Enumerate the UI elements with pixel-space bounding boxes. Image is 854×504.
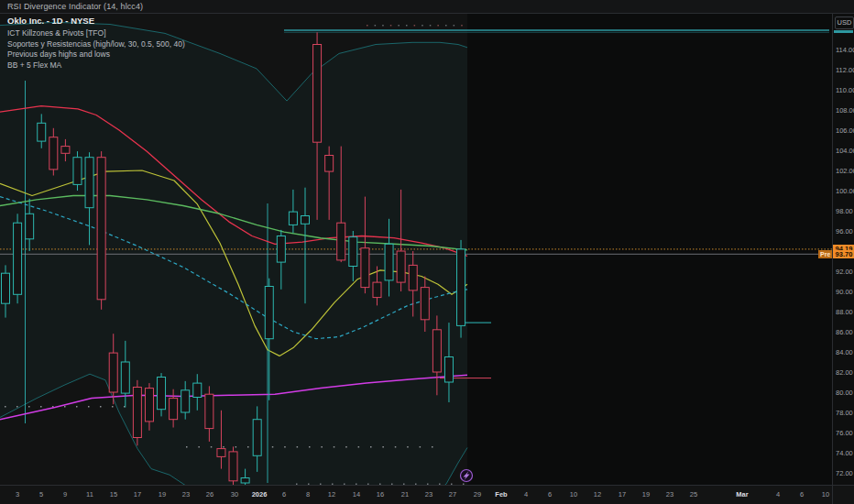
time-tick-label: 10 [570, 490, 577, 499]
resistance-line-axis-strip [834, 30, 853, 33]
price-tick-label: 102.00 [836, 167, 854, 175]
candle-body [457, 249, 465, 325]
candle-body [253, 420, 261, 456]
candle-body [313, 45, 322, 143]
candle-body [121, 362, 129, 393]
candle-body [170, 399, 178, 420]
candle-body [409, 265, 417, 290]
time-tick-label: 25 [690, 490, 697, 499]
pivot-dot [406, 25, 408, 27]
pivot-dot [432, 446, 433, 448]
price-tick-label: 72.00 [836, 469, 853, 477]
pivot-dot [382, 25, 384, 27]
pivot-dot [88, 406, 90, 408]
symbol-title[interactable]: Oklo Inc. - 1D - NYSE [7, 16, 185, 26]
pivot-dot [124, 406, 126, 408]
pivot-dot [398, 25, 400, 27]
pivot-dot [112, 406, 114, 408]
price-tick-label: 96.00 [836, 227, 853, 236]
candle-body [421, 288, 429, 320]
time-tick-label: 4 [524, 490, 528, 499]
currency-toggle-button[interactable]: USD [835, 16, 854, 29]
price-tick-label: 76.00 [836, 429, 853, 437]
pivot-dot [334, 446, 335, 448]
price-axis[interactable]: USD 114.00112.00110.00108.00106.00104.00… [832, 14, 854, 485]
chart-pane[interactable] [0, 14, 832, 504]
pivot-dot [272, 446, 274, 448]
pivot-dot [186, 446, 188, 448]
candle-body [158, 378, 166, 410]
candle-body [205, 394, 214, 428]
time-tick-label: 21 [401, 490, 409, 499]
time-tick-label: 10 [822, 490, 829, 499]
pivot-dot [198, 446, 200, 448]
pivot-dot [370, 446, 372, 448]
pivot-dot [375, 25, 377, 27]
pivot-dot [5, 406, 6, 408]
pivot-dot [390, 25, 392, 27]
pivot-dot [100, 406, 102, 408]
time-tick-label: 6 [548, 490, 552, 499]
indicator-topbar: RSI Divergence Indicator (14, hlcc4) [0, 0, 854, 14]
price-chart[interactable] [0, 0, 854, 504]
pivot-dot [40, 406, 42, 408]
pivot-dot [382, 446, 384, 448]
price-tick-label: 104.00 [836, 147, 854, 155]
time-tick-label: 3 [16, 490, 19, 499]
pivot-dot [211, 446, 213, 448]
pivot-dot [367, 25, 368, 27]
candle-body [193, 383, 202, 397]
premarket-tag: Pre [818, 250, 832, 258]
time-tick-label: 17 [134, 490, 141, 499]
price-tick-label: 80.00 [836, 389, 853, 397]
price-tick-label: 114.00 [836, 46, 854, 54]
pivot-dot [16, 406, 18, 408]
candle-body [265, 287, 273, 339]
pivot-dot [28, 406, 30, 408]
price-tick-label: 110.00 [836, 86, 854, 94]
price-tick-label: 90.00 [836, 288, 853, 296]
pivot-dot [437, 25, 439, 27]
time-tick-label: Feb [495, 490, 507, 499]
tradingview-chart-window: RSI Divergence Indicator (14, hlcc4) Okl… [0, 0, 854, 504]
candle-body [49, 137, 58, 170]
candle-body [85, 158, 93, 208]
time-tick-label: 6 [800, 490, 804, 499]
indicator-row-prevdays[interactable]: Previous days highs and lows [7, 49, 185, 59]
candle-body [109, 353, 117, 392]
time-axis[interactable]: 3591115171923263020266812141621232729Feb… [0, 485, 854, 504]
time-tick-label: 29 [474, 490, 481, 499]
time-tick-label: 19 [159, 490, 166, 499]
indicator-title[interactable]: RSI Divergence Indicator (14, hlcc4) [7, 2, 143, 11]
pivot-dot [445, 25, 447, 27]
pivot-dot [395, 446, 397, 448]
time-tick-label: 23 [425, 490, 432, 499]
candle-body [14, 223, 22, 294]
time-tick-label: 12 [328, 490, 335, 499]
candle-body [337, 223, 345, 260]
time-tick-label: 9 [63, 490, 67, 499]
pivot-dot [461, 25, 463, 27]
price-tick-label: 98.00 [836, 207, 853, 215]
time-tick-label: Mar [736, 490, 748, 499]
time-tick-label: 23 [666, 490, 673, 499]
indicator-row-soportes[interactable]: Soportes y Resistencias (high/low, 30, 0… [7, 39, 185, 49]
pivot-dot [64, 406, 66, 408]
time-tick-label: 4 [776, 490, 780, 499]
candle-body [277, 236, 285, 263]
price-tick-label: 78.00 [836, 409, 853, 417]
time-tick-label: 19 [642, 490, 650, 499]
time-tick-label: 6 [282, 490, 286, 499]
indicator-row-ict[interactable]: ICT Killzones & Pivots [TFO] [7, 28, 185, 38]
time-tick-label: 27 [449, 490, 456, 499]
pivot-dot [407, 446, 409, 448]
pivot-dot [235, 446, 237, 448]
pivot-dot [76, 406, 78, 408]
price-tick-label: 106.00 [836, 126, 854, 135]
pivot-dot [430, 25, 432, 27]
candle-body [26, 214, 34, 238]
premarket-price-label: 93.70 [833, 250, 854, 258]
indicator-row-bbflex[interactable]: BB + 5 Flex MA [7, 60, 185, 70]
price-tick-label: 92.00 [836, 268, 853, 276]
candle-body [97, 158, 105, 300]
